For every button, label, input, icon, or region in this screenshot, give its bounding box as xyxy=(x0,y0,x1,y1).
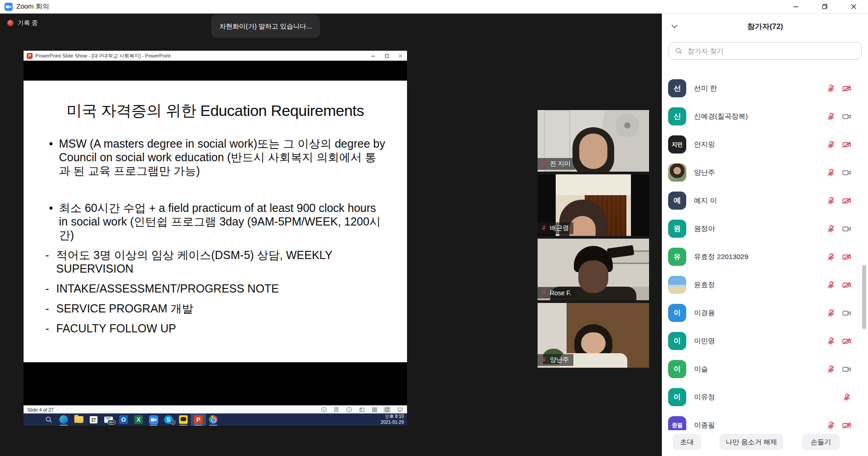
video-thumbnail[interactable]: 전 지미 xyxy=(538,110,649,172)
video-thumbnail[interactable]: 양난주 xyxy=(538,303,649,368)
avatar: 이 xyxy=(668,304,686,322)
prev-slide-icon[interactable] xyxy=(320,406,327,413)
participant-name: 선미 한 xyxy=(694,84,808,93)
reading-view-icon[interactable] xyxy=(383,406,391,413)
participant-name: 이종필 xyxy=(694,421,808,430)
taskbar-outlook-icon[interactable] xyxy=(116,413,131,426)
mic-muted-icon xyxy=(826,224,836,234)
mic-muted-icon xyxy=(826,111,836,121)
taskbar-start-icon[interactable] xyxy=(26,413,41,426)
next-slide-icon[interactable] xyxy=(345,406,353,413)
taskbar-excel-icon[interactable] xyxy=(131,413,146,426)
taskbar-clock[interactable]: 오후 8:10 2021-01-29 xyxy=(381,414,404,425)
search-input[interactable] xyxy=(687,47,856,55)
slide-body: •MSW (A masters degree in social work)또는… xyxy=(45,137,387,335)
video-on-icon xyxy=(842,308,852,318)
slide-sorter-view-icon[interactable] xyxy=(371,406,378,413)
mic-muted-icon xyxy=(826,280,836,290)
taskbar-zoom-icon[interactable] xyxy=(146,413,161,426)
taskbar-edge-icon[interactable] xyxy=(56,413,71,426)
recording-label: 기록 중 xyxy=(18,19,38,27)
windows-taskbar: 99+2 오후 8:10 2021-01-29 xyxy=(24,413,407,426)
video-thumbnail[interactable]: Rose F. xyxy=(538,239,649,300)
video-on-icon xyxy=(842,168,852,178)
video-off-icon xyxy=(842,83,852,93)
taskbar-file-explorer-icon[interactable] xyxy=(71,413,86,426)
video-off-icon xyxy=(842,280,852,290)
participant-row[interactable]: 양난주 xyxy=(662,158,868,187)
taskbar-powerpoint-icon[interactable] xyxy=(191,413,206,426)
mic-muted-icon xyxy=(541,356,547,364)
participant-row[interactable]: 신신예경(칠곡장복) xyxy=(662,102,868,130)
active-speaker-toast: 차현화이(가) 말하고 있습니다... xyxy=(211,14,320,38)
participant-row[interactable]: 원원정아 xyxy=(662,215,868,243)
participant-name: 이민영 xyxy=(694,336,808,346)
taskbar-kakaotalk-icon[interactable] xyxy=(176,413,191,426)
annotate-icon[interactable] xyxy=(333,406,340,413)
minimize-button[interactable] xyxy=(781,0,810,14)
participant-row[interactable]: 이이슬 xyxy=(662,355,868,383)
avatar-photo xyxy=(668,276,686,294)
participants-header: 참가자(72) xyxy=(662,14,868,40)
mic-muted-icon xyxy=(842,392,852,402)
window-titlebar: Zoom 회의 xyxy=(0,0,868,14)
avatar: 원 xyxy=(668,220,686,238)
participant-name: 신예경(칠곡장복) xyxy=(694,112,808,121)
mic-muted-icon xyxy=(826,139,836,149)
avatar: 신 xyxy=(668,107,686,125)
participant-row[interactable]: 이이민영 xyxy=(662,327,868,355)
video-off-icon xyxy=(842,252,852,262)
participant-row[interactable]: 유유효정 22013029 xyxy=(662,243,868,271)
avatar: 유 xyxy=(668,248,686,266)
avatar: 지민 xyxy=(668,135,686,154)
participant-row[interactable]: 이이경용 xyxy=(662,299,868,327)
participant-row[interactable]: 예예지 이 xyxy=(662,187,868,215)
recording-indicator[interactable]: 기록 중 xyxy=(7,19,38,27)
close-button[interactable] xyxy=(839,0,868,14)
participant-name-label: 양난주 xyxy=(538,354,573,366)
ppt-window-title: PowerPoint Slide Show - [대구대학교 사회복지] - P… xyxy=(35,53,170,59)
participant-search[interactable] xyxy=(669,42,862,60)
mic-muted-icon xyxy=(826,308,836,318)
participant-name: 이유정 xyxy=(694,393,808,402)
participant-name: 안지밍 xyxy=(694,140,808,149)
unmute-me-button[interactable]: 나만 음소거 해제 xyxy=(719,434,783,450)
slide-canvas: 미국 자격증의 위한 Education Requirements •MSW (… xyxy=(24,81,407,362)
taskbar-mail-icon[interactable]: 99+ xyxy=(101,413,116,426)
participant-list: 선선미 한신신예경(칠곡장복)지민안지밍양난주예예지 이원원정아유유효정 220… xyxy=(662,74,868,430)
video-thumbnail[interactable]: 배근령 xyxy=(538,174,649,236)
restore-button[interactable] xyxy=(810,0,839,14)
participant-name-label: Rose F. xyxy=(538,287,576,298)
participant-row[interactable]: 윤효정 xyxy=(662,271,868,299)
ppt-minimize-button[interactable] xyxy=(366,51,380,61)
raise-hand-button[interactable]: 손들기 xyxy=(802,434,840,450)
mic-muted-icon xyxy=(826,252,836,262)
clock-date: 2021-01-29 xyxy=(381,420,404,426)
participant-name: 예지 이 xyxy=(694,196,808,206)
avatar: 종필 xyxy=(668,416,686,430)
participant-name: 양난주 xyxy=(694,168,808,178)
ppt-restore-button[interactable] xyxy=(380,51,393,61)
ppt-close-button[interactable] xyxy=(393,51,407,61)
participant-row[interactable]: 지민안지밍 xyxy=(662,130,868,158)
taskbar-store-icon[interactable] xyxy=(86,413,101,426)
avatar: 예 xyxy=(668,192,686,210)
slide-title: 미국 자격증의 위한 Education Requirements xyxy=(34,101,396,121)
normal-view-icon[interactable] xyxy=(358,406,365,413)
slideshow-black-bottom xyxy=(24,362,407,405)
participant-row[interactable]: 종필이종필 xyxy=(662,411,868,430)
participant-row[interactable]: 이이유정 xyxy=(662,383,868,411)
mic-muted-icon xyxy=(541,160,547,168)
avatar: 선 xyxy=(668,79,686,97)
scrollbar-thumb[interactable] xyxy=(862,265,866,329)
active-speaker-text: 차현화이(가) 말하고 있습니다... xyxy=(219,22,312,31)
participant-row[interactable]: 선선미 한 xyxy=(662,74,868,102)
taskbar-search-icon[interactable] xyxy=(41,413,56,426)
search-icon xyxy=(674,47,683,55)
chevron-down-icon[interactable] xyxy=(669,21,679,31)
taskbar-chrome-icon[interactable] xyxy=(206,413,221,426)
slideshow-view-icon[interactable] xyxy=(396,406,403,413)
mic-muted-icon xyxy=(826,420,836,430)
taskbar-skype-icon[interactable]: 2 xyxy=(161,413,176,426)
invite-button[interactable]: 초대 xyxy=(673,434,701,450)
